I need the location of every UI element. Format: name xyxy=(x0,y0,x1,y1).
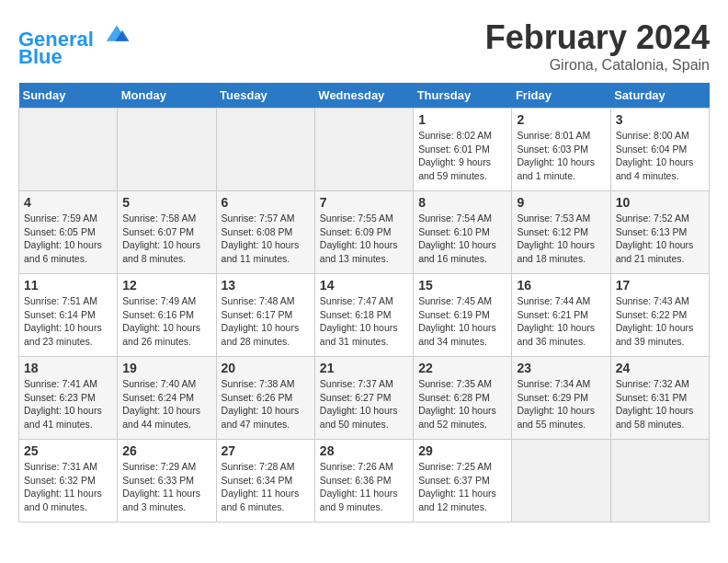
day-info: Sunrise: 7:52 AMSunset: 6:13 PMDaylight:… xyxy=(616,212,704,266)
day-info: Sunrise: 7:59 AMSunset: 6:05 PMDaylight:… xyxy=(24,212,112,266)
day-number: 29 xyxy=(418,443,506,458)
calendar-cell xyxy=(118,109,216,191)
page-header: General Blue February 2024 Girona, Catal… xyxy=(18,18,710,74)
calendar-week-row: 18Sunrise: 7:41 AMSunset: 6:23 PMDayligh… xyxy=(19,357,710,440)
day-number: 18 xyxy=(24,361,112,375)
day-info: Sunrise: 7:41 AMSunset: 6:23 PMDaylight:… xyxy=(24,377,112,431)
day-info: Sunrise: 7:51 AMSunset: 6:14 PMDaylight:… xyxy=(24,294,112,349)
day-number: 25 xyxy=(24,443,112,458)
day-number: 27 xyxy=(222,443,310,458)
day-number: 15 xyxy=(418,278,506,293)
calendar-cell: 12Sunrise: 7:49 AMSunset: 6:16 PMDayligh… xyxy=(118,274,216,357)
day-info: Sunrise: 8:01 AMSunset: 6:03 PMDaylight:… xyxy=(517,129,605,183)
calendar-cell: 20Sunrise: 7:38 AMSunset: 6:26 PMDayligh… xyxy=(216,357,314,440)
calendar-cell: 17Sunrise: 7:43 AMSunset: 6:22 PMDayligh… xyxy=(610,274,709,357)
day-number: 16 xyxy=(517,278,605,293)
weekday-header: Wednesday xyxy=(314,83,413,109)
day-number: 1 xyxy=(418,112,506,127)
day-info: Sunrise: 7:43 AMSunset: 6:22 PMDaylight:… xyxy=(616,294,704,349)
weekday-header: Sunday xyxy=(19,83,118,109)
day-number: 23 xyxy=(517,361,605,375)
day-info: Sunrise: 7:54 AMSunset: 6:10 PMDaylight:… xyxy=(418,212,506,266)
weekday-header: Thursday xyxy=(414,83,512,109)
title-block: February 2024 Girona, Catalonia, Spain xyxy=(485,18,710,74)
calendar-cell xyxy=(610,440,709,523)
calendar-cell: 8Sunrise: 7:54 AMSunset: 6:10 PMDaylight… xyxy=(414,191,512,274)
calendar-cell xyxy=(512,440,610,523)
calendar-cell: 22Sunrise: 7:35 AMSunset: 6:28 PMDayligh… xyxy=(414,357,512,440)
calendar-cell: 25Sunrise: 7:31 AMSunset: 6:32 PMDayligh… xyxy=(19,440,118,523)
calendar-cell xyxy=(216,109,314,191)
calendar-table: SundayMondayTuesdayWednesdayThursdayFrid… xyxy=(18,83,710,523)
day-info: Sunrise: 7:32 AMSunset: 6:31 PMDaylight:… xyxy=(616,377,704,431)
day-info: Sunrise: 7:40 AMSunset: 6:24 PMDaylight:… xyxy=(122,377,210,431)
day-info: Sunrise: 7:57 AMSunset: 6:08 PMDaylight:… xyxy=(222,212,310,266)
day-info: Sunrise: 7:34 AMSunset: 6:29 PMDaylight:… xyxy=(517,377,605,431)
day-number: 11 xyxy=(24,278,112,293)
logo-icon xyxy=(103,18,131,46)
calendar-cell xyxy=(314,109,413,191)
calendar-cell: 28Sunrise: 7:26 AMSunset: 6:36 PMDayligh… xyxy=(314,440,413,523)
logo: General Blue xyxy=(18,18,131,69)
day-number: 21 xyxy=(320,361,408,375)
day-info: Sunrise: 8:00 AMSunset: 6:04 PMDaylight:… xyxy=(616,129,704,183)
day-number: 5 xyxy=(122,195,210,210)
day-number: 12 xyxy=(122,278,210,293)
day-info: Sunrise: 7:31 AMSunset: 6:32 PMDaylight:… xyxy=(24,460,112,514)
day-info: Sunrise: 7:25 AMSunset: 6:37 PMDaylight:… xyxy=(418,460,506,514)
day-info: Sunrise: 7:58 AMSunset: 6:07 PMDaylight:… xyxy=(122,212,210,266)
day-info: Sunrise: 7:44 AMSunset: 6:21 PMDaylight:… xyxy=(517,294,605,349)
calendar-week-row: 1Sunrise: 8:02 AMSunset: 6:01 PMDaylight… xyxy=(19,109,710,191)
calendar-cell: 18Sunrise: 7:41 AMSunset: 6:23 PMDayligh… xyxy=(19,357,118,440)
day-number: 9 xyxy=(517,195,605,210)
day-number: 17 xyxy=(616,278,704,293)
calendar-cell: 3Sunrise: 8:00 AMSunset: 6:04 PMDaylight… xyxy=(610,109,709,191)
calendar-cell: 24Sunrise: 7:32 AMSunset: 6:31 PMDayligh… xyxy=(610,357,709,440)
day-number: 22 xyxy=(418,361,506,375)
day-info: Sunrise: 7:53 AMSunset: 6:12 PMDaylight:… xyxy=(517,212,605,266)
weekday-header: Saturday xyxy=(610,83,709,109)
day-number: 10 xyxy=(616,195,704,210)
calendar-cell: 1Sunrise: 8:02 AMSunset: 6:01 PMDaylight… xyxy=(414,109,512,191)
day-info: Sunrise: 8:02 AMSunset: 6:01 PMDaylight:… xyxy=(418,129,506,183)
calendar-cell: 27Sunrise: 7:28 AMSunset: 6:34 PMDayligh… xyxy=(216,440,314,523)
calendar-cell: 5Sunrise: 7:58 AMSunset: 6:07 PMDaylight… xyxy=(118,191,216,274)
day-number: 28 xyxy=(320,443,408,458)
calendar-body: 1Sunrise: 8:02 AMSunset: 6:01 PMDaylight… xyxy=(19,109,710,523)
day-info: Sunrise: 7:47 AMSunset: 6:18 PMDaylight:… xyxy=(320,294,408,349)
day-info: Sunrise: 7:48 AMSunset: 6:17 PMDaylight:… xyxy=(222,294,310,349)
day-number: 24 xyxy=(616,361,704,375)
location: Girona, Catalonia, Spain xyxy=(485,57,710,74)
day-info: Sunrise: 7:45 AMSunset: 6:19 PMDaylight:… xyxy=(418,294,506,349)
calendar-cell: 23Sunrise: 7:34 AMSunset: 6:29 PMDayligh… xyxy=(512,357,610,440)
day-number: 20 xyxy=(222,361,310,375)
calendar-cell: 4Sunrise: 7:59 AMSunset: 6:05 PMDaylight… xyxy=(19,191,118,274)
weekday-row: SundayMondayTuesdayWednesdayThursdayFrid… xyxy=(19,83,710,109)
day-info: Sunrise: 7:38 AMSunset: 6:26 PMDaylight:… xyxy=(222,377,310,431)
day-info: Sunrise: 7:35 AMSunset: 6:28 PMDaylight:… xyxy=(418,377,506,431)
calendar-header: SundayMondayTuesdayWednesdayThursdayFrid… xyxy=(19,83,710,109)
weekday-header: Monday xyxy=(118,83,216,109)
calendar-cell: 13Sunrise: 7:48 AMSunset: 6:17 PMDayligh… xyxy=(216,274,314,357)
calendar-week-row: 4Sunrise: 7:59 AMSunset: 6:05 PMDaylight… xyxy=(19,191,710,274)
day-number: 4 xyxy=(24,195,112,210)
day-number: 19 xyxy=(122,361,210,375)
day-number: 6 xyxy=(222,195,310,210)
calendar-cell: 26Sunrise: 7:29 AMSunset: 6:33 PMDayligh… xyxy=(118,440,216,523)
day-number: 3 xyxy=(616,112,704,127)
day-number: 7 xyxy=(320,195,408,210)
day-info: Sunrise: 7:29 AMSunset: 6:33 PMDaylight:… xyxy=(122,460,210,514)
calendar-cell: 21Sunrise: 7:37 AMSunset: 6:27 PMDayligh… xyxy=(314,357,413,440)
day-info: Sunrise: 7:49 AMSunset: 6:16 PMDaylight:… xyxy=(122,294,210,349)
day-number: 2 xyxy=(517,112,605,127)
day-info: Sunrise: 7:37 AMSunset: 6:27 PMDaylight:… xyxy=(320,377,408,431)
calendar-cell: 6Sunrise: 7:57 AMSunset: 6:08 PMDaylight… xyxy=(216,191,314,274)
calendar-cell: 15Sunrise: 7:45 AMSunset: 6:19 PMDayligh… xyxy=(414,274,512,357)
day-info: Sunrise: 7:55 AMSunset: 6:09 PMDaylight:… xyxy=(320,212,408,266)
day-number: 14 xyxy=(320,278,408,293)
weekday-header: Tuesday xyxy=(216,83,314,109)
weekday-header: Friday xyxy=(512,83,610,109)
day-number: 13 xyxy=(222,278,310,293)
calendar-cell: 10Sunrise: 7:52 AMSunset: 6:13 PMDayligh… xyxy=(610,191,709,274)
calendar-cell: 9Sunrise: 7:53 AMSunset: 6:12 PMDaylight… xyxy=(512,191,610,274)
